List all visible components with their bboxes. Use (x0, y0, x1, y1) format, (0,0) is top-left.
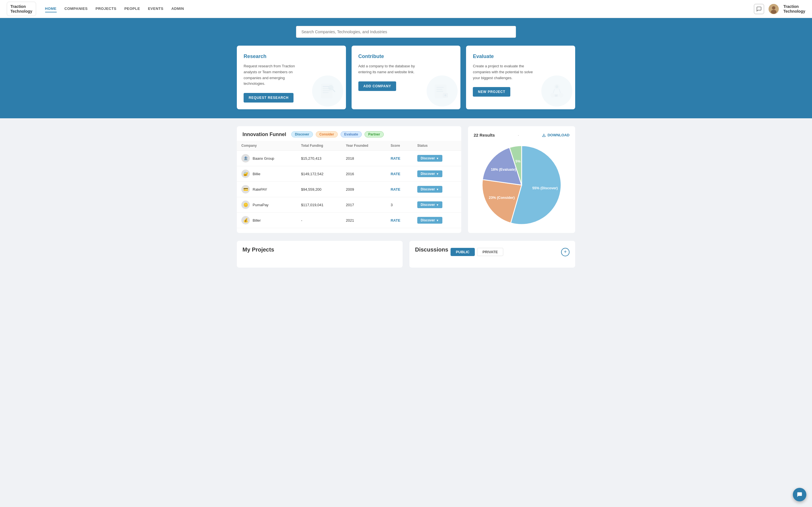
download-icon (542, 133, 546, 137)
add-company-button[interactable]: ADD COMPANY (358, 81, 396, 91)
svg-point-5 (771, 10, 776, 14)
download-button[interactable]: DOWNLOAD (542, 133, 569, 137)
navbar: Traction Technology HOME COMPANIES PROJE… (0, 0, 812, 18)
company-name[interactable]: PumaPay (253, 203, 268, 207)
evaluate-title: Evaluate (473, 54, 568, 59)
rate-link[interactable]: RATE (391, 218, 400, 223)
rate-link[interactable]: RATE (391, 156, 400, 161)
cards-section: Research Request research from Traction … (0, 46, 812, 118)
main-content: Innovation Funnel Discover Consider Eval… (231, 118, 581, 241)
nav-home[interactable]: HOME (45, 5, 57, 12)
company-name[interactable]: RatePAY (253, 187, 267, 191)
right-panel: 22 Results · DOWNLOAD 55% (Discover)23% … (468, 126, 575, 233)
company-cell: 🏦 Baanx Group (241, 154, 292, 163)
nav-events[interactable]: EVENTS (148, 5, 163, 12)
status-button[interactable]: Discover ▼ (417, 155, 442, 162)
status-button[interactable]: Discover ▼ (417, 202, 442, 208)
svg-rect-7 (322, 86, 329, 87)
badge-consider[interactable]: Consider (316, 131, 338, 137)
funnel-header: Innovation Funnel Discover Consider Eval… (237, 126, 461, 141)
nav-companies[interactable]: COMPANIES (64, 5, 88, 12)
cards-row: Research Request research from Traction … (237, 46, 575, 109)
company-funding: - (297, 213, 342, 228)
nav-links: HOME COMPANIES PROJECTS PEOPLE EVENTS AD… (45, 5, 754, 12)
svg-rect-26 (554, 94, 558, 97)
status-button[interactable]: Discover ▼ (417, 170, 442, 177)
logo-line2: Technology (10, 9, 33, 14)
status-button[interactable]: Discover ▼ (417, 217, 442, 224)
svg-point-21 (550, 93, 555, 98)
search-input[interactable] (296, 26, 516, 38)
table-row: 🏦 Baanx Group $15,270,413 2018 RATE Disc… (237, 151, 461, 166)
pie-label-1: 23% (Consider) (489, 196, 515, 200)
svg-rect-16 (437, 91, 443, 92)
svg-rect-9 (322, 91, 330, 91)
contribute-illustration (426, 75, 458, 107)
score-value: 3 (391, 203, 393, 207)
col-company: Company (237, 141, 297, 151)
chat-icon[interactable] (754, 4, 764, 14)
badge-evaluate[interactable]: Evaluate (341, 131, 362, 137)
chevron-down-icon: ▼ (436, 157, 439, 160)
new-project-button[interactable]: NEW PROJECT (473, 87, 510, 97)
chat-bubble-button[interactable] (793, 488, 806, 501)
svg-line-23 (553, 89, 555, 93)
discussions-title: Discussions (415, 246, 448, 253)
research-card: Research Request research from Traction … (237, 46, 346, 109)
svg-rect-15 (437, 89, 443, 90)
logo-line1: Traction (10, 4, 33, 9)
company-logo: 🏦 (241, 154, 250, 163)
badge-discover[interactable]: Discover (291, 131, 313, 137)
chat-bubble-icon (797, 492, 803, 498)
chevron-down-icon: ▼ (436, 203, 439, 207)
company-cell: 💳 RatePAY (241, 185, 292, 193)
hero-section (0, 18, 812, 46)
discussions-add-button[interactable]: + (561, 248, 569, 256)
company-logo: 💳 (241, 185, 250, 193)
pie-label-3: 5% (515, 160, 520, 164)
my-projects-title: My Projects (243, 246, 397, 253)
discussions-private-tab[interactable]: PRIVATE (477, 248, 503, 256)
company-funding: $117,019,041 (297, 197, 342, 213)
rate-link[interactable]: RATE (391, 187, 400, 191)
pie-svg: 55% (Discover)23% (Consider)18% (Evaluat… (482, 146, 561, 224)
svg-point-25 (555, 86, 558, 88)
request-research-button[interactable]: REQUEST RESEARCH (244, 93, 294, 103)
funnel-table-wrapper[interactable]: Company Total Funding Year Founded Score… (237, 141, 461, 228)
company-year: 2017 (342, 197, 386, 213)
badge-partner[interactable]: Partner (364, 131, 384, 137)
table-row: 🪙 PumaPay $117,019,041 2017 3 Discover ▼ (237, 197, 461, 213)
col-status: Status (413, 141, 461, 151)
nav-admin[interactable]: ADMIN (171, 5, 184, 12)
discussions-public-tab[interactable]: PUBLIC (451, 248, 475, 256)
nav-projects[interactable]: PROJECTS (96, 5, 116, 12)
avatar[interactable] (769, 4, 779, 14)
evaluate-illustration (541, 75, 572, 107)
research-illustration (312, 75, 343, 107)
logo[interactable]: Traction Technology (7, 2, 36, 16)
table-row: 💳 RatePAY $94,559,200 2009 RATE Discover… (237, 182, 461, 197)
nav-people[interactable]: PEOPLE (124, 5, 140, 12)
evaluate-desc: Create a project to evaluate the compani… (473, 63, 535, 81)
company-cell: 💰 Biller (241, 216, 292, 224)
company-cell: 🪙 PumaPay (241, 201, 292, 209)
company-year: 2018 (342, 151, 386, 166)
funnel-section: Innovation Funnel Discover Consider Eval… (237, 126, 461, 233)
svg-line-24 (559, 89, 560, 93)
col-funding: Total Funding (297, 141, 342, 151)
company-logo: 🔐 (241, 170, 250, 178)
rate-link[interactable]: RATE (391, 172, 400, 176)
brand-name: Traction Technology (783, 4, 805, 14)
research-desc: Request research from Traction analysts … (244, 63, 306, 87)
company-name[interactable]: Billie (253, 172, 260, 176)
company-name[interactable]: Baanx Group (253, 156, 274, 161)
status-button[interactable]: Discover ▼ (417, 186, 442, 193)
company-year: 2021 (342, 213, 386, 228)
chevron-down-icon: ▼ (436, 172, 439, 175)
col-year: Year Founded (342, 141, 386, 151)
contribute-desc: Add a company to the database by enterin… (358, 63, 420, 75)
company-name[interactable]: Biller (253, 218, 261, 223)
bottom-row: My Projects Discussions PUBLIC PRIVATE + (231, 241, 581, 276)
contribute-card: Contribute Add a company to the database… (352, 46, 461, 109)
svg-point-4 (772, 6, 775, 10)
